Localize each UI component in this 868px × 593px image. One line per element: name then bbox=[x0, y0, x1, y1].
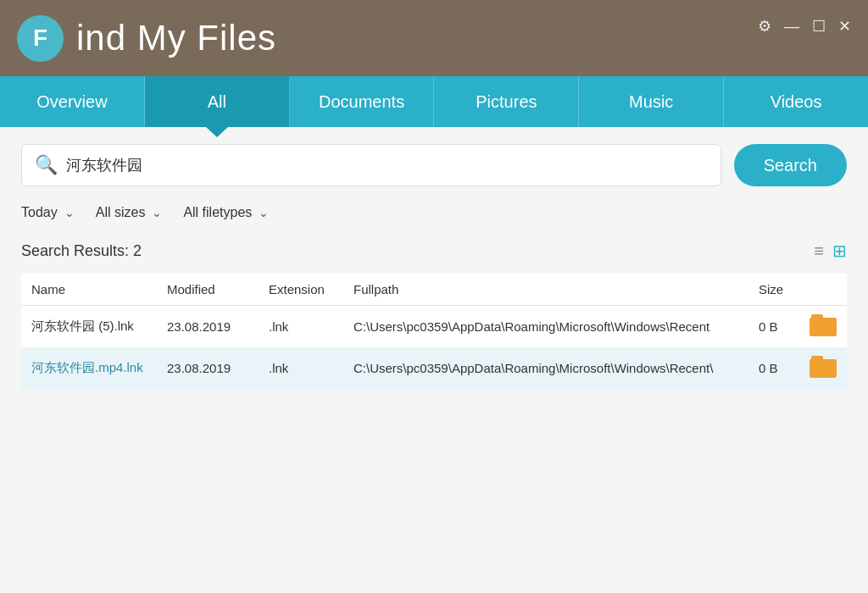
filter-date[interactable]: Today ⌄ bbox=[21, 202, 75, 224]
col-header-extension: Extension bbox=[259, 274, 343, 306]
filter-size-chevron: ⌄ bbox=[152, 206, 162, 219]
tab-documents[interactable]: Documents bbox=[290, 76, 435, 127]
filter-date-chevron: ⌄ bbox=[64, 206, 75, 219]
tab-overview[interactable]: Overview bbox=[0, 76, 145, 127]
search-button[interactable]: Search bbox=[734, 144, 847, 186]
view-controls: ≡ ⊞ bbox=[814, 241, 847, 261]
cell-name: 河东软件园 (5).lnk bbox=[21, 306, 157, 348]
search-bar: 🔍 Search bbox=[21, 144, 847, 186]
filter-filetype[interactable]: All filetypes ⌄ bbox=[183, 202, 269, 224]
cell-folder-icon bbox=[799, 347, 847, 389]
list-view-button[interactable]: ≡ bbox=[814, 241, 824, 261]
navbar: Overview All Documents Pictures Music Vi… bbox=[0, 76, 868, 127]
cell-size: 0 B bbox=[748, 347, 799, 389]
minimize-icon[interactable]: — bbox=[784, 18, 799, 36]
app-title: ind My Files bbox=[76, 18, 276, 58]
col-header-name: Name bbox=[21, 274, 157, 306]
main-content: 🔍 Search Today ⌄ All sizes ⌄ All filetyp… bbox=[0, 127, 868, 406]
cell-size: 0 B bbox=[748, 306, 799, 348]
filters: Today ⌄ All sizes ⌄ All filetypes ⌄ bbox=[21, 202, 847, 224]
filter-size[interactable]: All sizes ⌄ bbox=[96, 202, 163, 224]
tab-pictures[interactable]: Pictures bbox=[434, 76, 579, 127]
app-logo bbox=[17, 15, 64, 62]
window-controls: ⚙ — ☐ ✕ bbox=[758, 17, 851, 36]
table-header-row: Name Modified Extension Fullpath Size bbox=[21, 274, 847, 306]
col-header-fullpath: Fullpath bbox=[343, 274, 748, 306]
cell-name: 河东软件园.mp4.lnk bbox=[21, 347, 157, 389]
filter-size-label: All sizes bbox=[96, 205, 146, 220]
cell-fullpath: C:\Users\pc0359\AppData\Roaming\Microsof… bbox=[343, 347, 748, 389]
filter-date-label: Today bbox=[21, 205, 58, 220]
cell-folder-icon bbox=[799, 306, 847, 348]
cell-modified: 23.08.2019 bbox=[157, 306, 259, 348]
close-icon[interactable]: ✕ bbox=[838, 17, 851, 36]
settings-icon[interactable]: ⚙ bbox=[758, 17, 771, 36]
results-header: Search Results: 2 ≡ ⊞ bbox=[21, 241, 847, 261]
tab-music[interactable]: Music bbox=[579, 76, 724, 127]
col-header-icon bbox=[799, 274, 847, 306]
filter-filetype-chevron: ⌄ bbox=[259, 206, 269, 219]
tab-videos[interactable]: Videos bbox=[724, 76, 868, 127]
cell-extension: .lnk bbox=[259, 347, 343, 389]
col-header-modified: Modified bbox=[157, 274, 259, 306]
results-table: Name Modified Extension Fullpath Size 河东… bbox=[21, 274, 847, 389]
search-input-wrapper: 🔍 bbox=[21, 144, 721, 186]
folder-icon bbox=[810, 356, 837, 378]
maximize-icon[interactable]: ☐ bbox=[812, 17, 826, 36]
grid-view-button[interactable]: ⊞ bbox=[832, 241, 847, 261]
results-title: Search Results: 2 bbox=[21, 242, 142, 260]
col-header-size: Size bbox=[748, 274, 799, 306]
search-input[interactable] bbox=[66, 157, 708, 175]
folder-icon bbox=[810, 314, 837, 336]
cell-extension: .lnk bbox=[259, 306, 343, 348]
cell-fullpath: C:\Users\pc0359\AppData\Roaming\Microsof… bbox=[343, 306, 748, 348]
table-row: 河东软件园 (5).lnk 23.08.2019 .lnk C:\Users\p… bbox=[21, 306, 847, 348]
search-icon: 🔍 bbox=[35, 154, 58, 176]
file-name-link[interactable]: 河东软件园.mp4.lnk bbox=[31, 360, 143, 374]
cell-modified: 23.08.2019 bbox=[157, 347, 259, 389]
titlebar: ind My Files ⚙ — ☐ ✕ bbox=[0, 0, 868, 76]
tab-all[interactable]: All bbox=[145, 76, 290, 127]
file-name-link[interactable]: 河东软件园 (5).lnk bbox=[31, 319, 134, 333]
results-body: 河东软件园 (5).lnk 23.08.2019 .lnk C:\Users\p… bbox=[21, 306, 847, 390]
filter-filetype-label: All filetypes bbox=[183, 205, 252, 220]
table-row: 河东软件园.mp4.lnk 23.08.2019 .lnk C:\Users\p… bbox=[21, 347, 847, 389]
